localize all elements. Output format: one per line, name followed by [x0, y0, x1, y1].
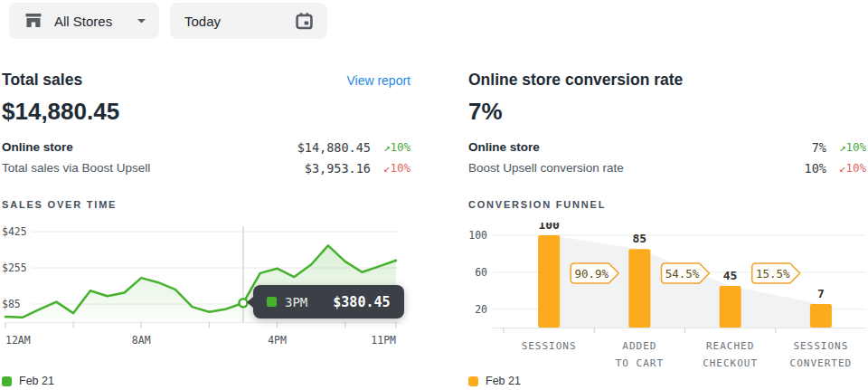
svg-text:SESSIONS: SESSIONS — [522, 340, 577, 352]
svg-text:$425: $425 — [2, 225, 27, 238]
svg-text:60: 60 — [475, 266, 487, 279]
metric-label: Boost Upsell conversion rate — [468, 161, 805, 175]
metric-rows: Online store $14,880.45 ↗10% Total sales… — [2, 137, 410, 178]
svg-text:8AM: 8AM — [132, 334, 151, 347]
conversion-funnel-chart[interactable]: 20601001008545790.9%54.5%15.5%SESSIONSAD… — [468, 223, 866, 376]
metric-row: Online store 7% ↗10% — [468, 137, 866, 157]
conversion-rate-card: Online store conversion rate 7% Online s… — [468, 0, 866, 390]
card-title: Total sales — [2, 71, 82, 90]
metric-label: Total sales via Boost Upsell — [2, 161, 305, 175]
chart-tooltip: 3PM $380.45 — [253, 285, 404, 319]
svg-text:85: 85 — [633, 232, 647, 245]
svg-text:$85: $85 — [2, 298, 21, 310]
metric-value: 10% — [805, 161, 826, 176]
svg-text:CONVERTED: CONVERTED — [790, 357, 853, 369]
svg-text:CHECKOUT: CHECKOUT — [703, 357, 758, 369]
svg-text:12AM: 12AM — [5, 334, 31, 347]
conversion-rate-value: 7% — [468, 98, 503, 126]
legend-swatch-green — [2, 376, 12, 386]
svg-text:$255: $255 — [2, 262, 27, 274]
total-sales-value: $14,880.45 — [2, 98, 119, 126]
tooltip-value: $380.45 — [333, 294, 390, 310]
svg-text:ADDED: ADDED — [622, 340, 656, 352]
change-badge: ↗10% — [830, 140, 866, 154]
svg-text:TO CART: TO CART — [616, 357, 664, 369]
metric-value: $3,953.16 — [305, 161, 371, 176]
legend-label: Feb 21 — [486, 375, 521, 387]
view-report-link[interactable]: View report — [346, 73, 410, 88]
legend-label: Feb 21 — [19, 375, 54, 387]
metric-row: Online store $14,880.45 ↗10% — [2, 137, 410, 157]
metric-label: Online store — [468, 140, 812, 154]
metric-rows: Online store 7% ↗10% Boost Upsell conver… — [468, 137, 866, 178]
legend-swatch-orange — [468, 376, 478, 386]
svg-text:4PM: 4PM — [268, 334, 287, 347]
metric-value: 7% — [812, 140, 826, 155]
change-badge: ↙10% — [830, 161, 866, 175]
tooltip-time: 3PM — [285, 295, 307, 309]
svg-text:20: 20 — [475, 303, 487, 316]
change-badge: ↙10% — [374, 161, 410, 175]
svg-text:100: 100 — [538, 223, 560, 232]
change-badge: ↗10% — [374, 140, 410, 154]
sales-line-chart[interactable]: 3PM $380.45 $85$255$42512AM8AM4PM11PM — [2, 223, 414, 355]
metric-value: $14,880.45 — [297, 140, 371, 155]
card-title: Online store conversion rate — [468, 71, 683, 90]
svg-text:SESSIONS: SESSIONS — [793, 340, 848, 352]
svg-text:90.9%: 90.9% — [574, 267, 609, 281]
svg-text:7: 7 — [817, 287, 825, 300]
total-sales-card: Total sales View report $14,880.45 Onlin… — [2, 0, 410, 390]
svg-text:REACHED: REACHED — [706, 340, 754, 352]
metric-row: Total sales via Boost Upsell $3,953.16 ↙… — [2, 157, 410, 178]
metric-row: Boost Upsell conversion rate 10% ↙10% — [468, 157, 866, 178]
section-title-conversion-funnel: CONVERSION FUNNEL — [468, 199, 606, 210]
svg-text:45: 45 — [723, 269, 738, 282]
section-title-sales-over-time: SALES OVER TIME — [2, 199, 117, 210]
svg-text:54.5%: 54.5% — [665, 267, 700, 281]
funnel-legend: Feb 21 — [468, 375, 521, 387]
svg-text:11PM: 11PM — [371, 334, 396, 347]
svg-text:15.5%: 15.5% — [756, 267, 790, 281]
tooltip-series-swatch — [267, 297, 277, 307]
metric-label: Online store — [2, 140, 297, 154]
sales-legend: Feb 21 — [2, 375, 54, 387]
svg-text:100: 100 — [468, 229, 487, 242]
